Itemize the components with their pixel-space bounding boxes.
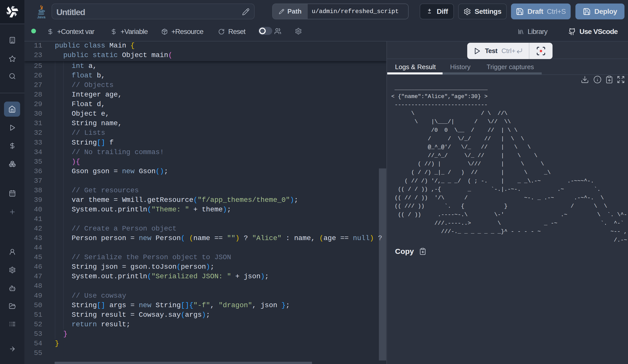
svg-text:Java: Java xyxy=(37,15,46,19)
